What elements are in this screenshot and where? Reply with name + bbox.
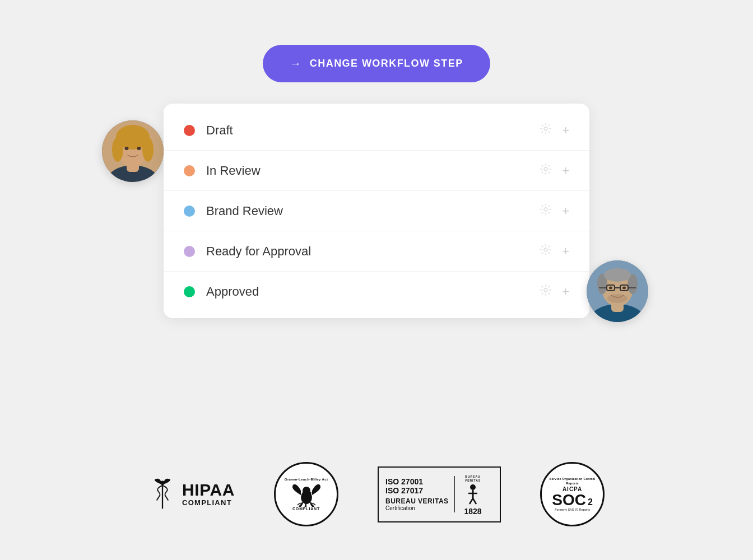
svg-point-9 (544, 127, 547, 130)
settings-icon-brand-review[interactable] (540, 203, 552, 218)
iso-line2: ISO 27017 (385, 486, 449, 495)
svg-point-21 (607, 294, 628, 303)
svg-point-8 (137, 147, 141, 150)
arrow-right-icon: → (290, 57, 301, 70)
hipaa-subtitle: COMPLIANT (182, 498, 235, 507)
soc2-logo: Service Organization Control Reports AIC… (540, 462, 605, 526)
add-icon-brand-review[interactable]: + (562, 204, 569, 218)
svg-text:BUREAU: BUREAU (465, 475, 480, 478)
svg-point-11 (544, 208, 547, 211)
settings-icon-approved[interactable] (540, 284, 552, 299)
soc2-top-text: Service Organization Control Reports (546, 477, 598, 485)
label-draft: Draft (206, 123, 528, 138)
svg-point-5 (112, 137, 123, 162)
hipaa-caduceus-icon (148, 478, 176, 511)
compliance-section: HIPAA COMPLIANT Gramm-Leach-Bliley Act (0, 462, 753, 526)
dot-in-review (184, 165, 195, 176)
dot-brand-review (184, 206, 195, 217)
svg-line-40 (473, 498, 476, 504)
dot-approved (184, 286, 195, 297)
svg-line-39 (470, 498, 473, 504)
svg-point-20 (604, 268, 631, 282)
add-icon-ready-approval[interactable]: + (562, 244, 569, 259)
workflow-row-approved: Approved + (164, 272, 589, 311)
bureau-veritas-shield-icon: BUREAU VERITAS (461, 473, 486, 507)
workflow-row-draft: Draft + (164, 110, 589, 151)
settings-icon-draft[interactable] (540, 123, 552, 138)
svg-point-7 (125, 147, 129, 150)
dot-draft (184, 125, 195, 136)
svg-text:VERITAS: VERITAS (464, 479, 480, 482)
dot-ready-approval (184, 246, 195, 257)
add-icon-draft[interactable]: + (562, 123, 569, 138)
workflow-row-brand-review: Brand Review + (164, 191, 589, 231)
hipaa-title: HIPAA (182, 482, 235, 498)
svg-point-32 (303, 487, 310, 494)
svg-point-28 (622, 287, 626, 290)
svg-point-13 (544, 288, 547, 292)
svg-point-10 (544, 167, 547, 171)
change-workflow-button[interactable]: → CHANGE WORKFLOW STEP (263, 45, 490, 82)
soc2-number: 2 (588, 497, 593, 507)
gramm-bottom-text: COMPLIANT (292, 507, 320, 511)
gramm-leach-logo: Gramm-Leach-Bliley Act COMPLIANT (274, 462, 338, 526)
label-in-review: In Review (206, 164, 528, 178)
bureau-cert-label: Certification (385, 505, 449, 511)
svg-point-12 (544, 248, 547, 251)
avatar-male (587, 260, 648, 322)
settings-icon-ready-approval[interactable] (540, 244, 552, 259)
workflow-card: Draft + In Review (164, 104, 589, 318)
bureau-veritas-name: BUREAU VERITAS (385, 497, 449, 505)
label-ready-approval: Ready for Approval (206, 244, 528, 259)
add-icon-in-review[interactable]: + (562, 164, 569, 178)
settings-icon-in-review[interactable] (540, 163, 552, 178)
svg-point-30 (160, 480, 164, 484)
add-icon-approved[interactable]: + (562, 284, 569, 299)
hipaa-logo: HIPAA COMPLIANT (148, 478, 235, 511)
avatar-female (102, 120, 164, 182)
workflow-row-in-review: In Review + (164, 151, 589, 191)
label-approved: Approved (206, 284, 528, 299)
workflow-row-ready-approval: Ready for Approval + (164, 231, 589, 272)
bureau-veritas-logo: ISO 27001 ISO 27017 BUREAU VERITAS Certi… (378, 466, 501, 522)
label-brand-review: Brand Review (206, 204, 528, 218)
svg-point-36 (470, 484, 476, 490)
soc2-formerly-text: Formerly SAS 70 Reports (555, 508, 590, 511)
button-label: CHANGE WORKFLOW STEP (310, 58, 463, 69)
svg-point-6 (142, 137, 154, 162)
svg-point-27 (609, 287, 612, 290)
bureau-year: 1828 (464, 507, 482, 516)
soc2-main-label: SOC (552, 492, 586, 508)
gramm-top-text: Gramm-Leach-Bliley Act (285, 478, 328, 482)
gramm-eagle-icon (290, 482, 323, 507)
iso-line1: ISO 27001 (385, 477, 449, 486)
